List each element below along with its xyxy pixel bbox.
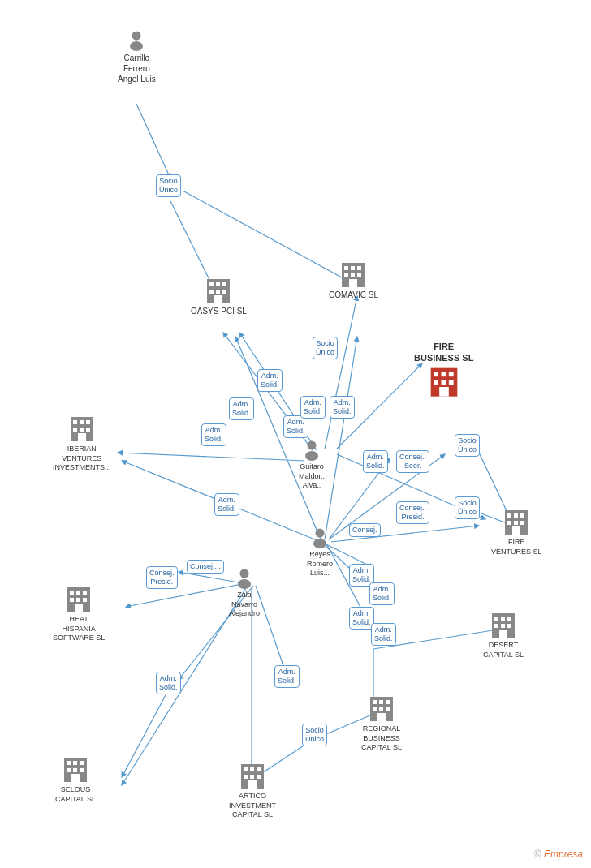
- svg-point-76: [313, 539, 326, 548]
- svg-rect-114: [257, 767, 261, 771]
- svg-rect-89: [501, 617, 505, 621]
- svg-rect-110: [71, 774, 80, 782]
- svg-rect-112: [244, 767, 248, 771]
- svg-rect-59: [80, 420, 84, 424]
- node-desert: DESERTCAPITAL SL: [483, 610, 524, 660]
- person-icon-zala: [233, 566, 256, 589]
- selous-label: SELOUSCAPITAL SL: [55, 785, 96, 804]
- svg-rect-47: [357, 273, 361, 277]
- oasys-label: OASYS PCI SL: [191, 307, 247, 316]
- svg-rect-63: [86, 428, 90, 432]
- svg-rect-90: [507, 617, 511, 621]
- node-iberian: IBERIANVENTURESINVESTMENTS...: [53, 414, 111, 473]
- carrillo-label: Carrillo Ferrero Angel Luis: [118, 53, 156, 84]
- building-icon-artico: [239, 761, 265, 790]
- badge-adm-solid-8: Adm.Solid.: [214, 493, 239, 516]
- svg-point-78: [238, 579, 251, 589]
- svg-line-0: [136, 104, 170, 178]
- building-icon-fire-business: [429, 364, 459, 398]
- svg-rect-117: [257, 775, 261, 779]
- node-comavic: COMAVIC SL: [329, 260, 378, 299]
- svg-rect-82: [83, 591, 87, 595]
- svg-rect-69: [514, 513, 518, 518]
- fire-ventures-label: FIREVENTURES SL: [491, 538, 542, 556]
- svg-point-65: [308, 441, 317, 450]
- svg-rect-102: [377, 713, 386, 721]
- svg-rect-97: [379, 700, 383, 704]
- svg-line-6: [118, 453, 304, 461]
- building-icon-selous: [63, 754, 88, 784]
- badge-consej-1: Consej.: [349, 523, 381, 537]
- node-guitaro: GuitaroMaldor..Alva..: [299, 438, 325, 491]
- badge-socio-unico-3: SocioÚnico: [455, 434, 480, 457]
- svg-rect-46: [351, 273, 355, 277]
- svg-rect-34: [209, 282, 214, 286]
- svg-rect-94: [499, 630, 507, 638]
- node-reyes: ReyesRomeroLuis...: [307, 526, 333, 578]
- svg-rect-35: [216, 282, 220, 286]
- iberian-label: IBERIANVENTURESINVESTMENTS...: [53, 445, 111, 473]
- svg-rect-74: [512, 526, 520, 535]
- node-carrillo: Carrillo Ferrero Angel Luis: [118, 28, 156, 84]
- svg-rect-51: [441, 372, 446, 376]
- svg-line-5: [325, 296, 357, 449]
- svg-line-30: [122, 694, 166, 777]
- svg-rect-101: [386, 707, 390, 711]
- watermark-copy: ©: [534, 849, 544, 860]
- svg-rect-53: [434, 380, 438, 385]
- svg-rect-62: [80, 428, 84, 432]
- watermark: © Empresa: [534, 849, 583, 860]
- node-zala: ZalaNavarroAlejandro: [229, 566, 260, 619]
- badge-adm-solid-1: Adm.Solid.: [257, 369, 283, 392]
- badge-socio-unico-5: SocioÚnico: [302, 724, 327, 746]
- fire-business-label: FIREBUSINESS SL: [414, 341, 473, 364]
- svg-rect-84: [76, 598, 80, 602]
- svg-rect-99: [373, 707, 377, 711]
- svg-rect-55: [449, 380, 454, 385]
- svg-line-2: [183, 191, 351, 282]
- svg-rect-93: [507, 624, 511, 628]
- svg-rect-56: [439, 387, 449, 397]
- svg-rect-70: [520, 513, 524, 518]
- building-icon-fire-ventures: [503, 507, 529, 536]
- svg-rect-113: [250, 767, 254, 771]
- svg-rect-58: [73, 420, 77, 424]
- svg-rect-98: [386, 700, 390, 704]
- svg-rect-92: [501, 624, 505, 628]
- svg-rect-72: [514, 521, 518, 525]
- svg-rect-108: [73, 768, 77, 772]
- badge-consej-seer: Consej..Seer.: [396, 450, 429, 473]
- svg-rect-96: [373, 700, 377, 704]
- svg-rect-54: [441, 380, 446, 385]
- svg-rect-37: [209, 290, 214, 294]
- badge-consej-presid: Consej..Presid.: [396, 501, 429, 524]
- svg-rect-48: [349, 279, 357, 287]
- reyes-label: ReyesRomeroLuis...: [307, 550, 333, 578]
- svg-point-77: [240, 569, 249, 578]
- desert-label: DESERTCAPITAL SL: [483, 641, 524, 660]
- zala-label: ZalaNavarroAlejandro: [229, 591, 260, 619]
- person-icon-guitaro: [300, 438, 323, 461]
- svg-rect-104: [67, 761, 71, 765]
- svg-rect-50: [434, 372, 438, 376]
- guitaro-label: GuitaroMaldor..Alva..: [299, 462, 325, 491]
- svg-rect-42: [344, 266, 348, 270]
- svg-rect-68: [507, 513, 511, 518]
- svg-rect-64: [78, 433, 86, 441]
- comavic-label: COMAVIC SL: [329, 290, 378, 299]
- svg-rect-40: [214, 295, 222, 303]
- badge-consej-2: Consej....: [187, 560, 224, 574]
- svg-rect-36: [222, 282, 226, 286]
- svg-rect-91: [494, 624, 498, 628]
- building-icon-desert: [490, 610, 516, 639]
- badge-adm-solid-3: Adm.Solid.: [201, 423, 226, 446]
- regional-label: REGIONALBUSINESSCAPITAL SL: [361, 724, 402, 753]
- badge-adm-solid-10: Adm.Solid.: [369, 582, 395, 605]
- badge-consej-presid-2: Consej.Presid.: [146, 566, 178, 589]
- svg-point-75: [316, 529, 325, 538]
- person-icon-carrillo: [125, 28, 148, 51]
- node-selous: SELOUSCAPITAL SL: [55, 754, 96, 804]
- svg-rect-43: [351, 266, 355, 270]
- watermark-brand: Empresa: [544, 849, 583, 860]
- badge-socio-unico-4: SocioÚnico: [455, 496, 480, 519]
